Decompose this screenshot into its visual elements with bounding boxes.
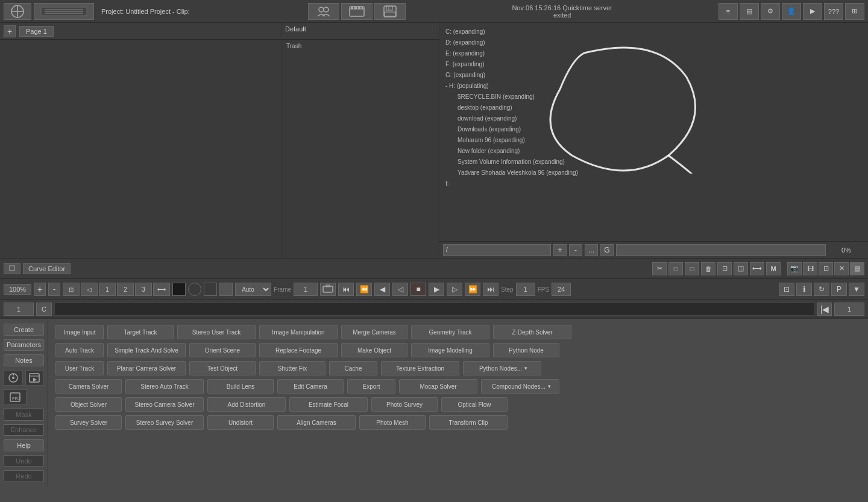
toggle-left-panel-btn[interactable] bbox=[4, 263, 20, 274]
project-icon[interactable]: PRJ bbox=[4, 389, 27, 405]
grid-view-btn[interactable]: ⊞ bbox=[845, 3, 864, 20]
tree-item-moharam[interactable]: Moharam 96 (expanding) bbox=[443, 135, 864, 146]
cut-btn[interactable]: ✂ bbox=[652, 262, 667, 275]
expand-btn[interactable]: ⟷ bbox=[750, 262, 764, 275]
tree-item-f[interactable]: F: (expanding) bbox=[443, 59, 864, 70]
image-manipulation-btn[interactable]: Image Manipulation bbox=[259, 325, 338, 339]
image-input-btn[interactable]: Image Input bbox=[55, 325, 104, 339]
copy-btn[interactable]: □ bbox=[668, 262, 683, 275]
planar-camera-solver-btn[interactable]: Planar Camera Solver bbox=[107, 361, 186, 375]
frame-btn[interactable]: ⊡ bbox=[717, 262, 732, 275]
export-btn[interactable]: Export bbox=[347, 379, 395, 394]
help-tool-btn[interactable]: Help bbox=[4, 439, 44, 451]
camera-view-btn[interactable] bbox=[320, 283, 336, 296]
mask-btn[interactable]: Mask bbox=[4, 409, 44, 421]
settings-btn[interactable]: ⚙ bbox=[761, 3, 780, 20]
clip-button[interactable] bbox=[341, 3, 373, 20]
build-lens-btn[interactable]: Build Lens bbox=[207, 379, 274, 394]
tree-item-downloads[interactable]: Downloads (expanding) bbox=[443, 124, 864, 135]
image-modelling-btn[interactable]: Image Modelling bbox=[411, 343, 489, 357]
info-btn[interactable]: ℹ bbox=[796, 283, 812, 296]
paste-btn[interactable]: □ bbox=[685, 262, 699, 275]
edit-camera-btn[interactable]: Edit Camera bbox=[277, 379, 344, 394]
list-view-btn[interactable]: ≡ bbox=[719, 3, 738, 20]
menu-bar[interactable] bbox=[34, 3, 94, 20]
next-frame-btn[interactable]: ⏩ bbox=[465, 283, 480, 296]
compound-nodes-btn[interactable]: Compound Nodes... bbox=[481, 379, 559, 394]
users-button[interactable] bbox=[308, 3, 339, 20]
tree-item-download[interactable]: download (expanding) bbox=[443, 113, 864, 124]
fwd-slow-btn[interactable]: ▷ bbox=[447, 283, 462, 296]
tree-item-h[interactable]: - H: (populating) bbox=[443, 81, 864, 92]
color-swatch-circle[interactable] bbox=[188, 283, 201, 296]
parameters-btn[interactable]: Parameters bbox=[4, 339, 44, 351]
replace-footage-btn[interactable]: Replace Footage bbox=[259, 343, 338, 357]
tree-item-desktop[interactable]: desktop (expanding) bbox=[443, 102, 864, 113]
camera-solver-btn[interactable]: Camera Solver bbox=[55, 379, 122, 394]
playback-btn[interactable]: ▶ bbox=[803, 3, 822, 20]
help-btn[interactable]: ??? bbox=[824, 3, 843, 20]
path-g-btn[interactable]: G bbox=[600, 244, 614, 256]
tree-item-sysvolinfo[interactable]: System Volume Information (expanding) bbox=[443, 157, 864, 168]
tree-item-e[interactable]: E: (expanding) bbox=[443, 48, 864, 59]
estimate-focal-btn[interactable]: Estimate Focal bbox=[289, 397, 368, 412]
view-expand-btn[interactable]: ⟷ bbox=[153, 283, 170, 296]
prev-frame-btn[interactable]: ⏪ bbox=[356, 283, 372, 296]
timeline-btn[interactable]: ▤ bbox=[850, 262, 864, 275]
frame-input[interactable] bbox=[294, 283, 318, 296]
user-track-btn[interactable]: User Track bbox=[55, 361, 104, 375]
fit-btn[interactable]: ◫ bbox=[734, 262, 748, 275]
mocap-solver-btn[interactable]: Mocap Solver bbox=[399, 379, 477, 394]
go-start-btn[interactable]: ⏮ bbox=[338, 283, 354, 296]
add-clip-btn[interactable]: 🎞 bbox=[803, 262, 817, 275]
end-frame-input[interactable] bbox=[834, 303, 864, 316]
back-one-btn[interactable]: ◀ bbox=[374, 283, 390, 296]
orient-scene-btn[interactable]: Orient Scene bbox=[189, 343, 256, 357]
back-slow-btn[interactable]: ◁ bbox=[392, 283, 408, 296]
tree-item-yadvare[interactable]: Yadvare Shohada Veleshkola 96 (expanding… bbox=[443, 168, 864, 178]
path-input[interactable] bbox=[443, 244, 551, 256]
color-swatch-light[interactable] bbox=[219, 283, 233, 296]
view-prev-btn[interactable]: ◁ bbox=[81, 283, 98, 296]
redo-btn[interactable]: Redo bbox=[4, 470, 44, 482]
tree-item-d[interactable]: D: (expanding) bbox=[443, 37, 864, 48]
delete-track-btn[interactable]: ✕ bbox=[834, 262, 849, 275]
path-dots-btn[interactable]: ... bbox=[585, 244, 598, 256]
align-cameras-btn[interactable]: Align Cameras bbox=[277, 415, 356, 430]
view-numbers2-btn[interactable]: 2 bbox=[117, 283, 134, 296]
photo-survey-btn[interactable]: Photo Survey bbox=[371, 397, 438, 412]
cache-btn[interactable]: Cache bbox=[329, 361, 377, 375]
texture-extraction-btn[interactable]: Texture Extraction bbox=[381, 361, 459, 375]
view-numbers-btn[interactable]: 1 bbox=[99, 283, 116, 296]
notes-btn[interactable]: Notes bbox=[4, 354, 44, 366]
p-btn[interactable]: P bbox=[831, 283, 847, 296]
object-solver-btn[interactable]: Object Solver bbox=[55, 397, 122, 412]
tree-item-i[interactable]: I: bbox=[443, 178, 864, 189]
simple-track-solve-btn[interactable]: Simple Track And Solve bbox=[107, 343, 186, 357]
clip-icon[interactable] bbox=[25, 370, 45, 386]
mode-select[interactable]: Auto bbox=[235, 283, 271, 296]
view-mode-btn[interactable]: ⊡ bbox=[779, 283, 794, 296]
add-page-btn[interactable]: + bbox=[4, 25, 16, 37]
stereo-survey-solver-btn[interactable]: Stereo Survey Solver bbox=[125, 415, 204, 430]
start-frame-input[interactable] bbox=[4, 303, 34, 316]
merge-cameras-btn[interactable]: Merge Cameras bbox=[341, 325, 407, 339]
view-fit-btn[interactable]: ⊡ bbox=[63, 283, 80, 296]
make-object-btn[interactable]: Make Object bbox=[341, 343, 407, 357]
geometry-track-btn[interactable]: Geometry Track bbox=[411, 325, 489, 339]
list-item[interactable]: Trash bbox=[284, 42, 436, 50]
python-nodes-btn[interactable]: Python Nodes... bbox=[463, 361, 541, 375]
delete-btn[interactable]: 🗑 bbox=[701, 262, 715, 275]
timeline-track[interactable] bbox=[54, 303, 815, 316]
create-btn[interactable]: Create bbox=[4, 324, 44, 336]
shutter-fix-btn[interactable]: Shutter Fix bbox=[259, 361, 326, 375]
photo-mesh-btn[interactable]: Photo Mesh bbox=[359, 415, 426, 430]
test-object-btn[interactable]: Test Object bbox=[189, 361, 256, 375]
color-swatch-med[interactable] bbox=[204, 283, 217, 296]
zoom-out-btn[interactable]: - bbox=[48, 283, 60, 296]
save-button[interactable] bbox=[374, 3, 406, 20]
undo-btn[interactable]: Undo bbox=[4, 455, 44, 467]
layout-btn[interactable]: ▤ bbox=[740, 3, 759, 20]
c-button[interactable]: C bbox=[36, 303, 52, 316]
auto-track-btn[interactable]: Auto Track bbox=[55, 343, 104, 357]
